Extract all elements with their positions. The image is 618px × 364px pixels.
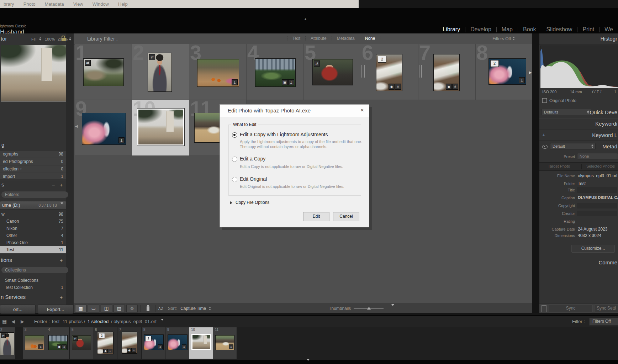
- go-back-icon[interactable]: ◀: [11, 319, 15, 324]
- menu-window[interactable]: Window: [93, 1, 109, 7]
- filmstrip-thumb-5[interactable]: 5 ⇄: [70, 327, 93, 359]
- export-button[interactable]: Export...: [38, 305, 73, 314]
- quick-develop-panel-header[interactable]: Defaults Quick Deve: [539, 107, 618, 118]
- catalog-panel-title[interactable]: g: [1, 142, 4, 148]
- navigator-zoom-stepper-icon[interactable]: [69, 37, 72, 41]
- module-print[interactable]: Print: [577, 26, 599, 33]
- toolbar-more-icon[interactable]: [391, 306, 394, 311]
- photo-thumbnail-church-selected[interactable]: [137, 109, 184, 146]
- crop-badge-icon[interactable]: ⇄: [314, 60, 320, 67]
- crop-badge-icon[interactable]: ⇄: [85, 60, 91, 66]
- collection-test[interactable]: Test Collection1: [0, 284, 66, 291]
- metadata-panel-header[interactable]: Default Metad: [539, 141, 618, 152]
- adjustment-badge-icon[interactable]: ±: [232, 79, 238, 85]
- filmstrip-thumb-11[interactable]: 11 ±: [213, 327, 237, 359]
- dropdown-stepper-icon[interactable]: [587, 110, 590, 114]
- folders-search-input[interactable]: Folders: [1, 191, 68, 198]
- folder-canon[interactable]: Canon75: [0, 218, 66, 225]
- grid-cell-10-selected[interactable]: 10: [132, 100, 189, 156]
- folder-raw[interactable]: w98: [0, 211, 66, 218]
- eye-icon[interactable]: [542, 145, 548, 149]
- go-forward-icon[interactable]: ▶: [21, 319, 24, 324]
- adjustment-badge-icon[interactable]: ±: [452, 84, 458, 90]
- keyword-badge-icon[interactable]: ◆: [446, 84, 452, 90]
- filmstrip-thumb-9[interactable]: 9 ±: [165, 327, 189, 359]
- caption-value[interactable]: OLYMPUS DIGITAL CAMERA: [578, 195, 618, 200]
- metadata-view-dropdown[interactable]: Default: [550, 143, 596, 149]
- menu-metadata[interactable]: Metadata: [45, 1, 64, 7]
- module-book[interactable]: Book: [518, 26, 541, 33]
- filmstrip-thumb-6[interactable]: 6 2 ◆ ±: [93, 327, 117, 359]
- adjustment-badge-icon[interactable]: ±: [288, 79, 294, 85]
- grid-cell-7[interactable]: 7 ◆ ±: [418, 44, 476, 100]
- grid-view-button[interactable]: ▦: [75, 305, 86, 312]
- keyword-list-add-icon[interactable]: +: [542, 132, 545, 138]
- folders-remove-icon[interactable]: −: [52, 182, 55, 188]
- radio-edit-a-copy[interactable]: [232, 157, 237, 162]
- filmstrip-thumb-4[interactable]: 4 ▣ ±: [46, 327, 70, 359]
- photo-thumbnail-concert-dancer[interactable]: 2 ±: [488, 58, 526, 85]
- radio-edit-copy-with-adjustments[interactable]: [232, 132, 237, 138]
- navigator-zoom-100[interactable]: 100%: [45, 37, 55, 41]
- photo-thumbnail-cottage[interactable]: ⇄: [83, 58, 124, 86]
- thumbnail-size-slider[interactable]: [354, 308, 384, 309]
- folders-panel-title[interactable]: s: [1, 181, 4, 188]
- sort-stepper-icon[interactable]: [209, 307, 211, 310]
- module-slideshow[interactable]: Slideshow: [541, 26, 577, 33]
- collections-panel-title[interactable]: tions: [1, 257, 12, 263]
- filter-metadata[interactable]: Metadata: [332, 36, 360, 41]
- collections-search-input[interactable]: Collections: [1, 267, 68, 273]
- navigator-fit-button[interactable]: FIT: [31, 37, 37, 41]
- filter-text[interactable]: Text: [287, 36, 306, 41]
- painter-tool-icon[interactable]: [147, 306, 149, 311]
- photo-thumbnail-concert-dancer[interactable]: ±: [82, 113, 126, 145]
- folders-add-icon[interactable]: +: [60, 182, 63, 188]
- photo-thumbnail-red-plaid-man[interactable]: ⇄: [312, 59, 353, 85]
- keyword-list-panel-header[interactable]: + Keyword L: [539, 130, 618, 141]
- grid-cell-3[interactable]: 3 ±: [189, 44, 247, 100]
- title-field[interactable]: [577, 187, 617, 193]
- creator-field[interactable]: [577, 211, 617, 216]
- keywording-panel-header[interactable]: Keywordi: [539, 118, 618, 130]
- copy-file-options-label[interactable]: Copy File Options: [236, 200, 269, 205]
- grid-cell-4[interactable]: 4 ▣ ±: [247, 44, 304, 100]
- top-panel-collapse-icon[interactable]: ▲: [304, 17, 307, 21]
- collection-smart[interactable]: Smart Collections: [0, 277, 66, 284]
- grid-cell-5[interactable]: 5 ⇄: [304, 44, 361, 100]
- grid-cell-6[interactable]: 6 2 ◆ ±: [361, 44, 418, 100]
- filmstrip-filter-dropdown[interactable]: Filters Off: [589, 318, 618, 326]
- histogram-panel-header[interactable]: Histogr: [539, 33, 618, 44]
- autosync-toggle-icon[interactable]: [542, 305, 546, 312]
- radio-label-edit-original[interactable]: Edit Original: [240, 176, 267, 182]
- quick-develop-preset-dropdown[interactable]: Defaults: [542, 109, 591, 115]
- collections-add-icon[interactable]: +: [60, 258, 63, 263]
- navigator-panel-title[interactable]: tor: [1, 36, 7, 42]
- filters-off-stepper-icon[interactable]: [513, 37, 515, 40]
- stack-indicator[interactable]: [361, 65, 365, 78]
- loupe-view-button[interactable]: ▭: [88, 305, 99, 312]
- photo-thumbnail-plants-city[interactable]: ▣ ±: [255, 58, 296, 87]
- menu-help[interactable]: Help: [118, 1, 128, 7]
- edit-button[interactable]: Edit: [303, 212, 329, 221]
- photo-thumbnail-waterfall[interactable]: 2 ◆ ±: [376, 54, 402, 91]
- filters-off-dropdown[interactable]: Filters Off: [492, 36, 511, 41]
- grid-cell-1[interactable]: 1 ⇄: [75, 44, 132, 100]
- dialog-title-bar[interactable]: Edit Photo with Topaz Photo AI.exe ×: [220, 105, 369, 117]
- cancel-button[interactable]: Cancel: [333, 212, 359, 221]
- filmstrip-thumb-10-selected[interactable]: 10: [189, 327, 213, 359]
- volume-caret-icon[interactable]: [60, 204, 63, 211]
- filmstrip-thumb-8[interactable]: 8 2 ±: [142, 327, 165, 359]
- catalog-synced-photographs[interactable]: ed Photographs0: [0, 158, 66, 165]
- adjustment-badge-icon[interactable]: ±: [395, 84, 401, 90]
- menu-view[interactable]: View: [73, 1, 83, 7]
- grid-cell-9[interactable]: 9 ◀ ±: [75, 100, 132, 156]
- folder-test-selected[interactable]: Test11: [0, 246, 66, 253]
- import-button[interactable]: ort...: [0, 305, 36, 314]
- adjustment-badge-icon[interactable]: ±: [118, 137, 125, 143]
- filter-attribute[interactable]: Attribute: [306, 36, 332, 41]
- navigator-preview[interactable]: [1, 45, 66, 102]
- copyright-field[interactable]: [577, 203, 617, 209]
- stack-count-badge[interactable]: 2: [378, 56, 386, 63]
- catalog-previous-import[interactable]: Import1: [0, 173, 66, 180]
- survey-view-button[interactable]: ▤: [113, 305, 125, 312]
